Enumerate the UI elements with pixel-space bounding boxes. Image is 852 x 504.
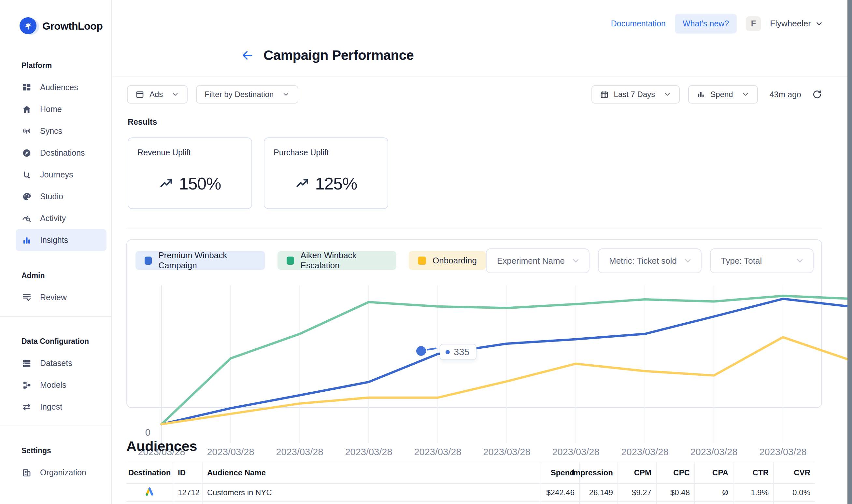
chart-legend: Premium Winback CampaignAiken Winback Es…: [136, 251, 486, 270]
palette-icon: [21, 192, 32, 201]
avatar[interactable]: F: [746, 16, 761, 31]
column-header-cpm[interactable]: CPM: [618, 462, 656, 483]
date-range-dropdown[interactable]: Last 7 Days: [591, 85, 680, 104]
x-tick-label: 2023/03/28: [264, 447, 335, 457]
chart-dropdown-experiment-name[interactable]: Experiment Name: [486, 248, 589, 273]
datasets-icon: [21, 358, 32, 368]
purchase-uplift-card: Purchase Uplift 125%: [264, 138, 388, 209]
source-dropdown-value: Ads: [149, 90, 163, 99]
sidebar-item-label: Audiences: [40, 83, 78, 92]
table-cell: $12.58: [618, 502, 656, 504]
sidebar-item-activity[interactable]: Activity: [0, 208, 111, 229]
column-header-destination[interactable]: Destination: [126, 462, 173, 483]
sidebar-item-label: Insights: [40, 235, 68, 245]
card-value: 150%: [179, 174, 221, 193]
sidebar-item-destinations[interactable]: Destinations: [0, 142, 111, 164]
back-button[interactable]: [241, 49, 254, 61]
legend-chip-aiken-winback-escalation[interactable]: Aiken Winback Escalation: [278, 251, 396, 270]
documentation-link[interactable]: Documentation: [611, 19, 666, 28]
column-header-impression[interactable]: Impression: [579, 462, 618, 483]
trending-up-icon: [159, 177, 173, 191]
sidebar-item-home[interactable]: Home: [0, 98, 111, 120]
sidebar-item-datasets[interactable]: Datasets: [0, 352, 111, 374]
section-divider: [126, 229, 822, 229]
chevron-down-icon: [683, 256, 692, 265]
table-cell: 0.2%: [773, 502, 815, 504]
sidebar-item-syncs[interactable]: Syncs: [0, 120, 111, 142]
audiences-grid-icon: [21, 83, 32, 92]
tooltip-series-dot: [446, 350, 450, 354]
ingest-arrows-icon: [21, 402, 32, 412]
models-icon: [21, 380, 32, 390]
account-menu[interactable]: Flywheeler: [770, 19, 823, 29]
chevron-down-icon: [571, 256, 580, 265]
legend-chip-onboarding[interactable]: Onboarding: [409, 251, 486, 270]
column-header-audience-name[interactable]: Audience Name: [202, 462, 540, 483]
metric-dropdown[interactable]: Spend: [688, 85, 758, 104]
vertical-scrollbar[interactable]: [848, 0, 852, 504]
table-cell: $0.48: [656, 484, 694, 501]
sidebar-item-journeys[interactable]: Journeys: [0, 164, 111, 185]
destination-filter-dropdown[interactable]: Filter by Destination: [196, 85, 298, 104]
sidebar-divider: [0, 426, 111, 426]
sidebar-divider: [0, 316, 111, 317]
audiences-table: DestinationIDAudience NameSpendImpressio…: [126, 462, 815, 504]
x-tick-label: 2023/03/28: [678, 447, 750, 457]
whats-new-button[interactable]: What's new?: [675, 14, 737, 34]
date-range-value: Last 7 Days: [614, 90, 655, 99]
table-row[interactable]: 12712Customers in NYC$242.4626,149$9.27$…: [126, 484, 815, 502]
sidebar-item-audiences[interactable]: Audiences: [0, 76, 111, 98]
sidebar-item-label: Home: [40, 105, 62, 114]
x-tick-label: 2023/03/28: [747, 447, 819, 457]
table-cell: 12712: [173, 484, 202, 501]
legend-label: Aiken Winback Escalation: [301, 250, 387, 271]
bar-chart-icon: [21, 235, 32, 245]
filter-row: Ads Filter by Destination Last 7 Days Sp…: [127, 85, 822, 104]
tooltip-value: 335: [454, 347, 469, 358]
sidebar-item-review[interactable]: Review: [0, 287, 111, 308]
sidebar-item-label: Activity: [40, 214, 66, 223]
table-cell: $9.27: [618, 484, 656, 501]
sidebar-item-models[interactable]: Models: [0, 374, 111, 396]
column-header-cvr[interactable]: CVR: [773, 462, 815, 483]
broadcast-icon: [21, 126, 32, 136]
sidebar-item-insights[interactable]: Insights: [16, 229, 107, 251]
table-row[interactable]: 12713Customers in California$1.64198$12.…: [126, 502, 815, 504]
sidebar-item-label: Destinations: [40, 148, 85, 158]
legend-swatch-icon: [418, 256, 426, 265]
sidebar-item-ingest[interactable]: Ingest: [0, 396, 111, 418]
legend-chip-premium-winback-campaign[interactable]: Premium Winback Campaign: [136, 251, 265, 270]
bar-chart-icon: [697, 90, 705, 98]
audiences-heading: Audiences: [126, 438, 197, 454]
last-updated-label: 43m ago: [769, 90, 801, 99]
card-value: 125%: [315, 174, 357, 193]
table-cell: $0.05: [656, 502, 694, 504]
sidebar-item-studio[interactable]: Studio: [0, 185, 111, 208]
chevron-down-icon: [742, 91, 749, 98]
column-header-id[interactable]: ID: [173, 462, 202, 483]
brand-logo[interactable]: GrowthLoop: [0, 16, 111, 36]
sidebar-item-organization[interactable]: Organization: [0, 462, 111, 484]
sidebar-section-label: Data Configuration: [0, 337, 111, 346]
sidebar-nav: PlatformAudiencesHomeSyncsDestinationsJo…: [0, 61, 111, 484]
chart-dropdowns: Experiment NameMetric: Ticket soldType: …: [486, 248, 814, 273]
topbar: Documentation What's new? F Flywheeler C…: [112, 0, 852, 77]
refresh-icon[interactable]: [812, 90, 822, 99]
column-header-ctr[interactable]: CTR: [733, 462, 773, 483]
table-header-row: DestinationIDAudience NameSpendImpressio…: [126, 462, 815, 484]
chart-card: Premium Winback CampaignAiken Winback Es…: [126, 239, 822, 408]
chart-dropdown-type[interactable]: Type: Total: [710, 248, 814, 273]
activity-search-icon: [21, 213, 32, 223]
dropdown-label: Experiment Name: [497, 256, 565, 266]
organization-icon: [21, 468, 32, 478]
revenue-uplift-card: Revenue Uplift 150%: [128, 138, 252, 209]
chevron-down-icon: [795, 256, 804, 265]
destination-cell: [126, 502, 173, 504]
table-cell: $242.46: [540, 484, 579, 501]
source-dropdown[interactable]: Ads: [127, 85, 188, 104]
sidebar-section-label: Admin: [0, 271, 111, 280]
column-header-cpc[interactable]: CPC: [656, 462, 694, 483]
chart-dropdown-metric[interactable]: Metric: Ticket sold: [598, 248, 702, 273]
column-header-cpa[interactable]: CPA: [694, 462, 733, 483]
y-tick-label: 0: [128, 427, 150, 438]
